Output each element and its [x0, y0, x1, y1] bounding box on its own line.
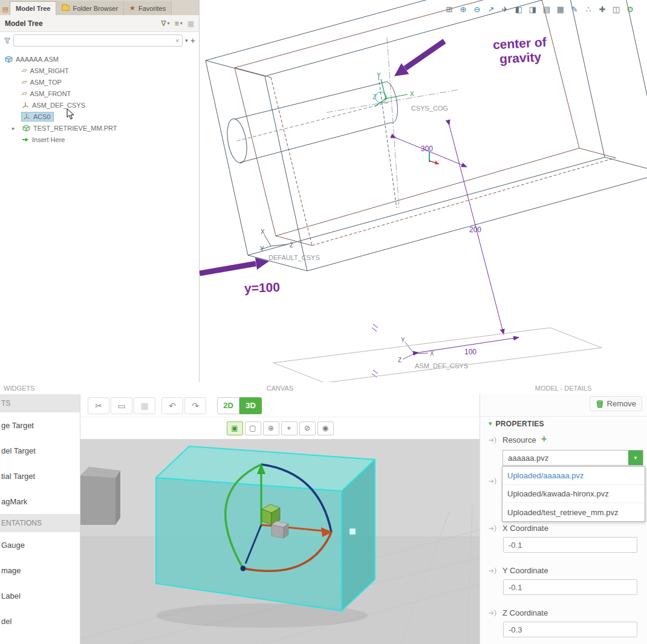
- wireframe-model[interactable]: Y X Z CSYS_COG X Y Z DEFAULT_CSYS X Y Z …: [200, 0, 647, 382]
- binding-icon[interactable]: [489, 437, 498, 444]
- svg-text:Z: Z: [372, 94, 376, 100]
- y-coordinate-input[interactable]: [503, 579, 637, 595]
- x-coordinate-input[interactable]: [503, 537, 637, 553]
- clip-tool-icon[interactable]: ✂: [88, 397, 109, 414]
- add-filter-button[interactable]: +: [190, 36, 195, 45]
- remove-button[interactable]: Remove: [590, 396, 642, 411]
- zoom-out-icon[interactable]: ⊖: [470, 2, 484, 16]
- assembly-icon: [5, 56, 13, 63]
- resource-select[interactable]: aaaaaa.pvz ▾: [502, 450, 643, 466]
- widget-item-model[interactable]: del: [0, 608, 80, 634]
- resource-dropdown-popup: Uploaded/aaaaaa.pvz Uploaded/kawada-hiro…: [502, 466, 645, 522]
- tree-item-insert-here[interactable]: Insert Here: [0, 134, 199, 145]
- datum-plane-icon: ▱: [22, 79, 27, 85]
- tree-item-asm-right[interactable]: ▱ ASM_RIGHT: [0, 65, 199, 76]
- tree-item-acs0[interactable]: ACS0: [0, 111, 199, 122]
- shaded-view-icon[interactable]: ▣: [227, 421, 243, 435]
- widget-item-gauge[interactable]: Gauge: [0, 532, 80, 558]
- widget-item-image[interactable]: mage: [0, 558, 80, 583]
- panel-title: Model Tree: [5, 19, 43, 28]
- tree-item-label: ASM_RIGHT: [30, 67, 68, 74]
- mode-3d-button[interactable]: 3D: [239, 397, 262, 414]
- widget-item-image-target[interactable]: ge Target: [0, 412, 80, 438]
- binding-icon[interactable]: [489, 478, 498, 485]
- refit-icon[interactable]: ↗: [484, 2, 498, 16]
- cad-viewport[interactable]: ⊞ ⊕ ⊖ ↗ ✈ ◧ ◨ ▤ ▦ ✎ ∴ ✚ ◫ ⚙: [200, 0, 647, 382]
- tree-filters-icon: ∇: [161, 19, 166, 28]
- dropdown-option[interactable]: Uploaded/kawada-hironx.pvz: [502, 485, 645, 503]
- widgets-section-representations: ENTATIONS: [0, 514, 80, 532]
- dropdown-option[interactable]: Uploaded/test_retrieve_mm.pvz: [502, 503, 645, 521]
- zoom-select-icon[interactable]: ⌖: [281, 421, 297, 435]
- 3d-scene[interactable]: [80, 439, 480, 644]
- widget-item-spatial-target[interactable]: tial Target: [0, 463, 80, 489]
- binding-icon[interactable]: [489, 525, 498, 532]
- binding-icon[interactable]: [489, 610, 498, 617]
- dropdown-option[interactable]: Uploaded/aaaaaa.pvz: [502, 467, 645, 485]
- tree-item-label: ASM_DEF_CSYS: [32, 102, 85, 109]
- tab-model-tree[interactable]: Model Tree: [10, 1, 56, 15]
- mode-2d-button[interactable]: 2D: [217, 397, 239, 414]
- navigator-panel: ▤ Model Tree Folder Browser ★ Favorites …: [0, 0, 200, 382]
- window-layout-icon[interactable]: ◫: [610, 2, 623, 16]
- insert-here-icon: [22, 137, 29, 143]
- tab-folder-browser[interactable]: Folder Browser: [56, 1, 124, 15]
- spin-center-icon[interactable]: ✚: [596, 2, 609, 16]
- binding-icon[interactable]: [489, 567, 498, 574]
- tree-item-asm-top[interactable]: ▱ ASM_TOP: [0, 76, 199, 88]
- part-icon: [22, 125, 30, 132]
- utilities-icon[interactable]: ⚙: [623, 2, 637, 16]
- tree-item-asm-def-csys[interactable]: ASM_DEF_CSYS: [0, 99, 199, 111]
- tree-search-input[interactable]: [14, 36, 172, 45]
- tree-item-asm-front[interactable]: ▱ ASM_FRONT: [0, 88, 199, 99]
- undo-icon[interactable]: ↶: [161, 397, 183, 414]
- tree-filters-button[interactable]: ∇ ▾: [161, 19, 170, 28]
- x-coordinate-label: X Coordinate: [502, 524, 548, 533]
- remove-bucket-icon: [596, 400, 604, 408]
- tree-options-button[interactable]: ▦: [187, 19, 194, 28]
- cog-csys: Y X Z CSYS_COG: [372, 72, 448, 112]
- section-headers: WIDGETS CANVAS MODEL - DETAILS: [0, 382, 647, 394]
- svg-text:X: X: [410, 91, 414, 97]
- zoom-in-icon[interactable]: ⊕: [457, 2, 470, 16]
- view-manager-icon[interactable]: ◧: [512, 2, 525, 16]
- tree-columns-button[interactable]: ≡ ▾: [175, 19, 183, 28]
- csys-icon: [22, 102, 29, 109]
- tree-search-row: × ▾ +: [0, 32, 199, 49]
- 3d-scene-render: [80, 439, 480, 644]
- widget-item-model-target[interactable]: del Target: [0, 438, 80, 463]
- capture-icon[interactable]: ▤: [540, 2, 553, 16]
- select-chevron-icon[interactable]: ▾: [628, 450, 643, 465]
- fly-through-icon[interactable]: ✈: [498, 2, 512, 16]
- datum-display-icon[interactable]: ∴: [582, 2, 595, 16]
- z-coordinate-label: Z Coordinate: [502, 608, 548, 617]
- add-resource-icon[interactable]: +: [541, 434, 547, 444]
- redo-icon[interactable]: ↷: [184, 397, 206, 414]
- hide-eye-icon[interactable]: ⊘: [299, 421, 316, 435]
- selected-highlight: ACS0: [22, 112, 53, 121]
- zoom-region-icon[interactable]: ⊞: [443, 2, 456, 16]
- widget-item-label[interactable]: Label: [0, 583, 80, 608]
- zoom-in-icon[interactable]: ⊕: [263, 421, 279, 435]
- annotation-display-icon[interactable]: ✎: [568, 2, 581, 16]
- svg-text:100: 100: [464, 348, 476, 356]
- show-eye-icon[interactable]: ◉: [317, 421, 334, 435]
- tree-options-icon: ▦: [187, 19, 194, 28]
- expand-caret-icon[interactable]: ▸: [12, 125, 19, 131]
- render-scene-icon[interactable]: ▦: [554, 2, 567, 16]
- grid-tool-icon[interactable]: ▦: [134, 397, 155, 414]
- properties-section-header[interactable]: ▾ PROPERTIES: [480, 416, 647, 431]
- tree-item-assembly[interactable]: AAAAAA.ASM: [0, 53, 199, 65]
- widget-item-thingmark[interactable]: agMark: [0, 489, 80, 514]
- z-coordinate-input[interactable]: [503, 622, 637, 637]
- search-dropdown-button[interactable]: ▾: [185, 37, 188, 44]
- wireframe-view-icon[interactable]: ▢: [245, 421, 261, 435]
- model-tree-header: Model Tree ∇ ▾ ≡ ▾ ▦: [0, 15, 199, 32]
- tree-item-test-retrieve[interactable]: ▸ TEST_RETRIEVE_MM.PRT: [0, 122, 199, 134]
- tab-favorites[interactable]: ★ Favorites: [124, 1, 172, 15]
- display-style-icon[interactable]: ◨: [526, 2, 539, 16]
- tree-columns-icon: ≡: [175, 19, 179, 28]
- bounding-box-tool-icon[interactable]: ▭: [111, 397, 132, 414]
- datum-plane-icon: ▱: [22, 90, 27, 97]
- clear-search-icon[interactable]: ×: [172, 37, 182, 44]
